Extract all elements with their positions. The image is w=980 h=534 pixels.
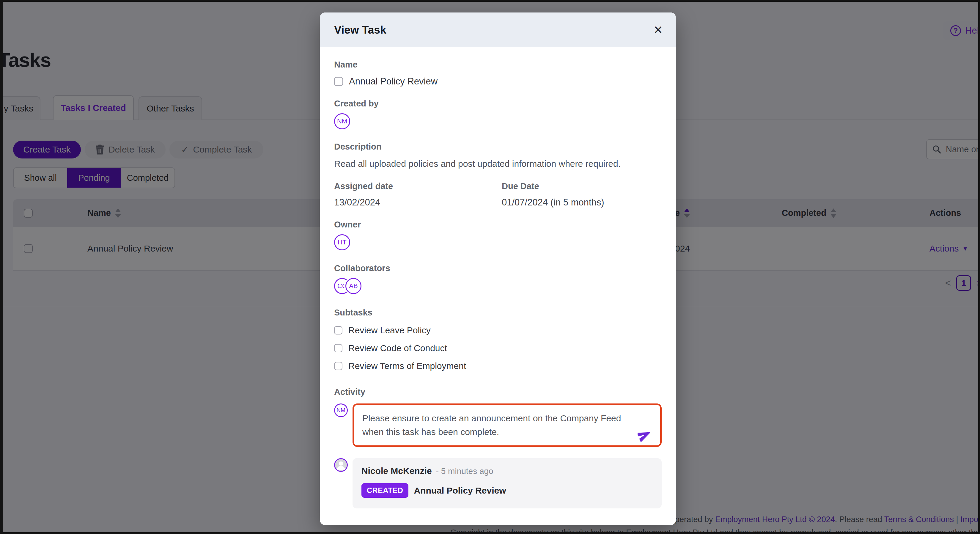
activity-card: Nicole McKenzie - 5 minutes ago CREATED … — [353, 458, 662, 508]
activity-task-name: Annual Policy Review — [414, 486, 506, 496]
modal-title: View Task — [334, 24, 387, 36]
due-date-label: Due Date — [502, 182, 604, 191]
subtask-label: Review Code of Conduct — [348, 343, 447, 353]
subtask-row: Review Code of Conduct — [334, 341, 662, 355]
view-task-modal: View Task ✕ Name Annual Policy Review Cr… — [320, 13, 676, 525]
modal-body: Name Annual Policy Review Created by NM … — [320, 47, 676, 508]
comment-text: Please ensure to create an announcement … — [362, 413, 621, 437]
created-badge: CREATED — [361, 483, 409, 498]
task-name: Annual Policy Review — [349, 76, 438, 87]
owner-label: Owner — [334, 220, 662, 230]
created-by-label: Created by — [334, 99, 662, 108]
subtask-checkbox[interactable] — [334, 344, 342, 352]
subtask-label: Review Terms of Employment — [348, 361, 466, 371]
subtask-row: Review Leave Policy — [334, 324, 662, 337]
owner-avatar[interactable]: HT — [334, 234, 350, 250]
due-date-value: 01/07/2024 (in 5 months) — [502, 197, 604, 208]
subtask-checkbox[interactable] — [334, 326, 342, 335]
comment-author-avatar: NM — [334, 403, 348, 417]
created-by-avatar[interactable]: NM — [334, 113, 350, 129]
assigned-date-value: 13/02/2024 — [334, 197, 502, 208]
collaborator-avatar[interactable]: AB — [345, 278, 361, 294]
subtask-label: Review Leave Policy — [348, 325, 431, 335]
activity-author: Nicole McKenzie — [361, 466, 432, 476]
send-icon[interactable] — [638, 428, 651, 442]
activity-author-avatar — [334, 458, 348, 472]
name-label: Name — [334, 60, 662, 70]
description-text: Read all uploaded policies and post upda… — [334, 159, 662, 169]
collaborators-label: Collaborators — [334, 263, 662, 273]
activity-label: Activity — [334, 387, 662, 397]
subtask-checkbox[interactable] — [334, 362, 342, 370]
description-label: Description — [334, 142, 662, 151]
subtasks-label: Subtasks — [334, 308, 662, 317]
person-icon — [335, 459, 347, 471]
task-checkbox[interactable] — [334, 77, 343, 86]
comment-input[interactable]: Please ensure to create an announcement … — [353, 403, 662, 447]
task-name-row: Annual Policy Review — [334, 76, 662, 87]
subtask-row: Review Terms of Employment — [334, 359, 662, 373]
activity-timestamp: - 5 minutes ago — [436, 467, 493, 476]
assigned-date-label: Assigned date — [334, 182, 502, 191]
activity-log-entry: Nicole McKenzie - 5 minutes ago CREATED … — [334, 458, 662, 508]
modal-header: View Task ✕ — [320, 13, 676, 47]
close-icon[interactable]: ✕ — [653, 24, 663, 36]
